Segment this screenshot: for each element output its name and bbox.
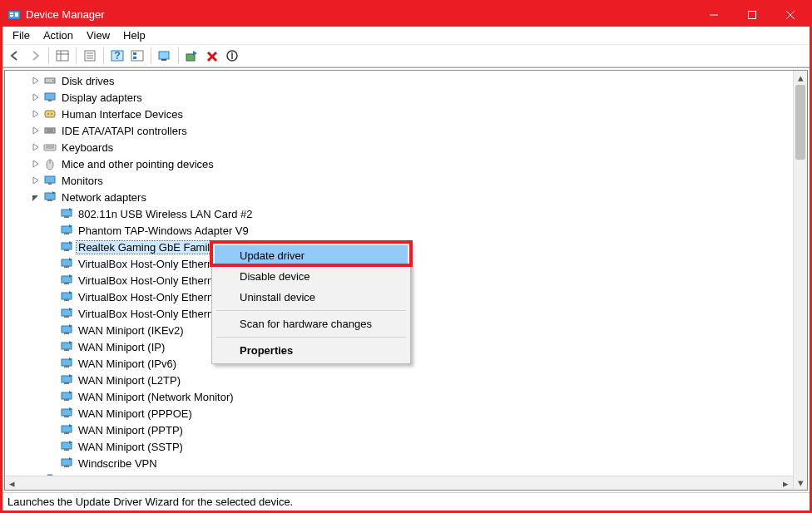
expand-icon[interactable] [30,158,42,170]
context-menu-item[interactable]: Scan for hardware changes [215,313,408,334]
context-menu-label: Properties [240,344,293,357]
svg-text:?: ? [114,50,121,62]
tree-category[interactable]: IDE ATA/ATAPI controllers [5,122,807,139]
expander-placeholder [47,407,58,419]
svg-rect-64 [64,382,69,384]
svg-rect-2 [10,15,13,17]
horizontal-scrollbar[interactable]: ◂ ▸ [5,476,793,490]
expander-placeholder [47,308,58,319]
tree-device[interactable]: WAN Miniport (PPTP) [5,422,807,438]
expand-icon[interactable] [30,75,42,86]
app-icon [7,8,21,22]
tree-item-label: WAN Miniport (PPPOE) [77,407,194,420]
context-menu-item[interactable]: Uninstall device [215,287,408,308]
tree-item-label: Monitors [60,175,105,187]
svg-rect-44 [64,216,69,218]
net-icon [60,240,73,254]
context-menu-separator [216,337,406,338]
tree-item-label: WAN Miniport (SSTP) [77,441,185,453]
tree-item-label: Display adapters [60,91,144,104]
tree-device[interactable]: WAN Miniport (Network Monitor) [5,388,807,405]
tree-device[interactable]: Windscribe VPN [5,455,807,471]
svg-rect-42 [47,200,52,201]
scroll-right-icon[interactable]: ▸ [779,476,793,490]
minimize-button[interactable] [695,2,733,27]
disable-button[interactable] [223,47,241,65]
svg-rect-17 [131,51,143,61]
monitor-icon [43,174,57,187]
tree-device[interactable]: 802.11n USB Wireless LAN Card #2 [5,205,807,222]
help-button[interactable]: ? [108,47,126,65]
scroll-left-icon[interactable]: ◂ [5,476,19,490]
svg-rect-20 [159,52,169,59]
context-menu: Update driverDisable deviceUninstall dev… [211,242,411,364]
tree-device[interactable]: WAN Miniport (PPPOE) [5,405,807,422]
action-button[interactable] [128,47,146,65]
menu-file[interactable]: File [6,27,37,43]
back-button[interactable] [6,47,24,65]
hid-icon [43,107,57,121]
status-text: Launches the Update Driver Wizard for th… [7,496,293,508]
forward-button[interactable] [26,47,44,65]
net-icon [60,257,73,270]
tree-category[interactable]: Mice and other pointing devices [5,155,807,172]
scroll-down-icon[interactable]: ▾ [794,476,807,490]
titlebar[interactable]: Device Manager [2,2,810,27]
menu-view[interactable]: View [80,27,116,43]
menu-action[interactable]: Action [37,27,80,43]
close-button[interactable] [771,2,810,27]
tree-category[interactable]: Monitors [5,172,807,189]
tree-device[interactable]: Phantom TAP-Windows Adapter V9 [5,222,807,239]
tree-item-label: 802.11n USB Wireless LAN Card #2 [77,208,255,220]
tree-category[interactable]: Network adapters [5,189,807,205]
collapse-icon[interactable] [30,191,42,203]
expand-icon[interactable] [30,125,42,136]
context-menu-item[interactable]: Properties [215,340,408,361]
tree-item-label: VirtualBox Host-Only Ethern [77,258,215,270]
svg-rect-27 [48,100,52,101]
expand-icon[interactable] [30,91,42,103]
tree-item-label: WAN Miniport (IPv6) [77,358,178,370]
tree-category[interactable]: Human Interface Devices [5,106,807,122]
scan-hardware-button[interactable] [156,47,174,65]
tree-device[interactable]: WAN Miniport (L2TP) [5,372,807,388]
expander-placeholder [47,258,58,269]
tree-device[interactable]: WAN Miniport (SSTP) [5,438,807,455]
tree-item-label: IDE ATA/ATAPI controllers [60,125,189,137]
properties-button[interactable] [81,47,99,65]
svg-point-30 [51,113,52,115]
maximize-button[interactable] [733,2,771,27]
tree-category[interactable]: Disk drives [5,72,807,89]
vertical-scrollbar[interactable]: ▴ ▾ [793,71,807,490]
svg-rect-1 [10,12,13,14]
scrollbar-thumb[interactable] [795,85,805,160]
tree-item-label: WAN Miniport (IP) [77,341,166,353]
tree-item-label: WAN Miniport (PPTP) [77,424,185,437]
net-icon [60,323,73,337]
update-driver-button[interactable] [183,47,201,65]
tree-item-label: WAN Miniport (L2TP) [77,374,182,387]
show-hide-tree-button[interactable] [53,47,72,65]
tree-category[interactable]: Keyboards [5,139,807,155]
context-menu-item[interactable]: Disable device [215,266,408,287]
tree-category[interactable]: Display adapters [5,89,807,106]
expand-icon[interactable] [30,108,42,120]
device-tree[interactable]: Disk drivesDisplay adaptersHuman Interfa… [4,70,808,491]
context-menu-label: Disable device [240,270,310,283]
expander-placeholder [47,424,58,436]
svg-rect-56 [64,316,69,318]
svg-rect-48 [64,249,69,251]
svg-rect-46 [64,233,69,234]
expander-placeholder [47,374,58,386]
uninstall-button[interactable] [203,47,221,65]
context-menu-item[interactable]: Update driver [215,245,408,266]
context-menu-separator [216,310,406,311]
svg-rect-58 [64,333,69,334]
menu-help[interactable]: Help [116,27,152,43]
expand-icon[interactable] [30,175,42,186]
toolbar-separator [103,47,104,64]
scroll-up-icon[interactable]: ▴ [794,71,807,85]
expand-icon[interactable] [30,141,42,153]
svg-rect-52 [64,283,69,284]
net-icon [60,423,73,437]
